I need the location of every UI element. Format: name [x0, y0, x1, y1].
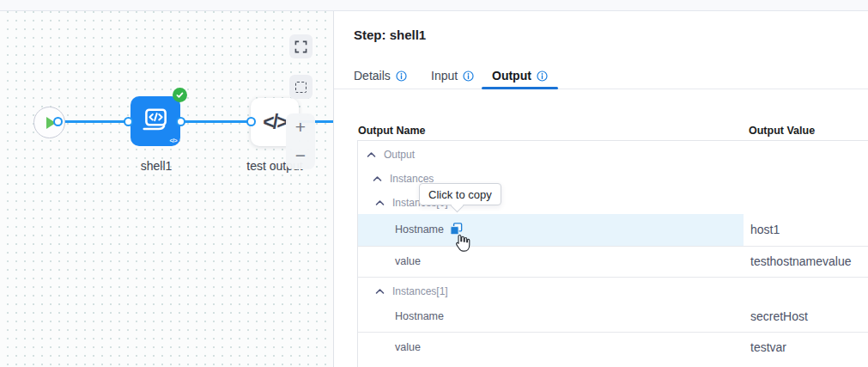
step-panel: Step: shell1 Details Input Output	[334, 11, 868, 367]
tab-details[interactable]: Details	[354, 64, 407, 87]
output-value-host1[interactable]: host1	[750, 223, 780, 236]
group-row-output[interactable]: Output	[367, 149, 415, 161]
zoom-out-button[interactable]: −	[286, 142, 315, 170]
output-name-value: value	[395, 255, 421, 267]
table-left-border	[357, 140, 358, 367]
row-divider	[358, 332, 868, 333]
row-divider	[358, 246, 868, 247]
tab-input-label: Input	[431, 69, 458, 83]
output-name-hostname: Hostname	[395, 223, 444, 235]
code-icon: </>	[263, 111, 286, 134]
output-name-value-2: value	[395, 341, 421, 353]
tab-input[interactable]: Input	[431, 64, 474, 87]
header-divider	[357, 140, 868, 141]
copy-tooltip-text: Click to copy	[428, 188, 492, 201]
connector-shell1-in[interactable]	[124, 117, 133, 126]
tab-details-label: Details	[354, 69, 391, 83]
column-header-output-name: Output Name	[358, 125, 425, 137]
connector-test-in[interactable]	[246, 117, 256, 126]
tabs-divider	[334, 89, 868, 89]
active-tab-indicator	[482, 87, 558, 89]
panel-title: Step: shell1	[354, 28, 426, 42]
collapse-icon[interactable]	[367, 151, 376, 158]
group-row-instances-1[interactable]: Instances[1]	[375, 285, 448, 297]
top-strip	[0, 0, 868, 11]
collapse-icon[interactable]	[375, 199, 385, 206]
connector-shell1-out[interactable]	[176, 117, 185, 126]
output-value-testvar[interactable]: testvar	[750, 340, 786, 354]
output-value-testhostnamevalue[interactable]: testhostnamevalue	[750, 254, 852, 268]
output-name-hostname-2: Hostname	[395, 310, 444, 322]
collapse-icon[interactable]	[375, 288, 385, 295]
info-icon	[537, 70, 548, 82]
row-divider	[358, 277, 868, 278]
info-icon	[463, 70, 474, 82]
copy-tooltip: Click to copy	[419, 183, 501, 205]
zoom-in-button[interactable]: +	[286, 113, 315, 142]
success-badge	[173, 88, 187, 102]
hand-cursor-icon	[452, 233, 470, 253]
tab-output[interactable]: Output	[492, 64, 548, 87]
workflow-canvas[interactable]: </> shell1 </> test output + −	[0, 11, 334, 367]
marquee-icon	[295, 82, 307, 93]
tab-output-label: Output	[492, 69, 531, 83]
node-shell1[interactable]: </>	[131, 96, 180, 146]
shell-script-icon	[140, 106, 171, 137]
connector-start-out[interactable]	[53, 117, 63, 126]
fullscreen-icon	[294, 40, 307, 53]
node-label-shell1: shell1	[125, 159, 187, 173]
info-icon	[396, 70, 407, 82]
column-header-output-value: Output Value	[749, 125, 815, 137]
check-icon	[175, 90, 185, 100]
output-value-secrethost[interactable]: secretHost	[750, 309, 808, 323]
group-label: Instances[1]	[392, 285, 448, 297]
collapse-icon[interactable]	[373, 175, 382, 182]
fullscreen-button[interactable]	[289, 34, 313, 58]
group-label: Output	[384, 149, 415, 161]
marquee-select-button[interactable]	[289, 75, 313, 99]
code-icon: </>	[169, 138, 177, 144]
app-screen: </> shell1 </> test output + − Step: she…	[0, 0, 868, 367]
zoom-controls: + −	[286, 113, 315, 169]
tooltip-caret	[451, 199, 464, 212]
